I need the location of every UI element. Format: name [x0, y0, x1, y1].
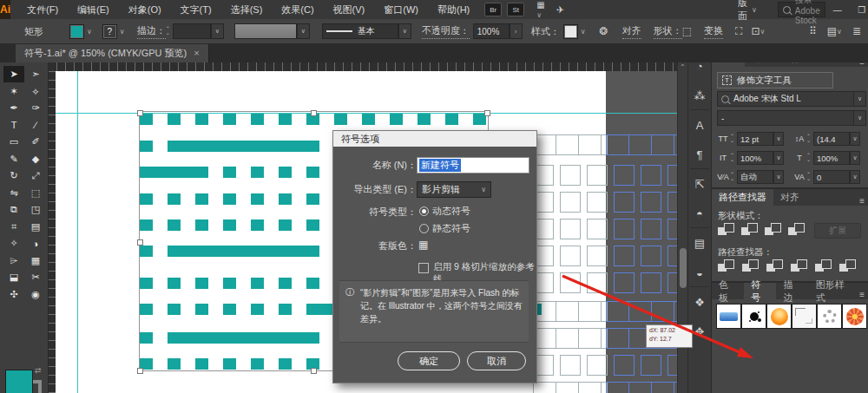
pattern-square[interactable] — [279, 114, 292, 125]
pattern-square[interactable] — [418, 114, 431, 125]
blend-tool[interactable]: ◑ — [25, 235, 46, 252]
brush-chevron[interactable]: ∨ — [297, 23, 310, 39]
grid-square[interactable] — [560, 355, 581, 376]
vertical-scale-field-value[interactable]: 100% — [737, 151, 773, 165]
pattern-square[interactable] — [251, 114, 264, 125]
pattern-square[interactable] — [362, 114, 375, 125]
stroke-chevron-icon[interactable]: ∨ — [120, 28, 125, 36]
menu-item-1[interactable]: 编辑(E) — [68, 0, 119, 19]
free-transform-tool[interactable]: ⬚ — [25, 185, 46, 201]
hand-tool[interactable]: ✣ — [3, 286, 24, 303]
pattern-square[interactable] — [195, 358, 208, 370]
grid-square[interactable] — [560, 192, 581, 213]
pattern-square[interactable] — [279, 278, 292, 289]
pattern-bar[interactable] — [168, 332, 319, 344]
slice-tool[interactable]: ✂ — [25, 269, 46, 285]
grid-square[interactable] — [614, 272, 635, 293]
grid-strip[interactable] — [533, 382, 608, 393]
opacity-chevron[interactable]: › — [510, 23, 523, 39]
pathfinder-icon-5[interactable] — [839, 259, 857, 273]
menu-item-4[interactable]: 选择(S) — [221, 0, 273, 19]
grid-strip[interactable] — [533, 134, 608, 155]
tracking-field-chevron[interactable]: ∨ — [850, 170, 860, 184]
panel-color-icon[interactable]: ◒ — [691, 264, 708, 281]
symbol-name-input[interactable]: 新建符号 — [417, 157, 529, 174]
panel-export-icon[interactable]: ⇱ — [691, 175, 708, 193]
font-style-chevron[interactable]: ∨ — [853, 110, 866, 126]
pattern-square[interactable] — [251, 193, 264, 205]
kerning-field-stepper[interactable]: ⌃⌄ — [730, 173, 737, 181]
style-chevron-icon[interactable]: ∨ — [581, 28, 586, 36]
pattern-square[interactable] — [251, 167, 264, 178]
workspace-switcher-icon[interactable]: ▦ ∨ — [536, 0, 545, 19]
grid-square[interactable] — [614, 165, 635, 186]
zoom-tool[interactable]: ◉ — [25, 286, 46, 303]
pattern-square[interactable] — [251, 358, 264, 370]
pattern-square[interactable] — [195, 304, 208, 315]
swap-fill-stroke-icon[interactable]: ⇄ — [35, 366, 42, 375]
eyedropper-tool[interactable]: ✧ — [3, 235, 24, 252]
font-family-chevron[interactable]: ∨ — [853, 91, 866, 107]
grid-square[interactable] — [641, 272, 661, 293]
panel-menu-icon[interactable]: ≣ — [852, 25, 861, 37]
pattern-square[interactable] — [168, 193, 181, 205]
pattern-square[interactable] — [279, 193, 292, 205]
leading-field[interactable]: ↕A⌃⌄(14.4 ∨ — [792, 132, 860, 146]
grid-square[interactable] — [587, 192, 608, 213]
grid-square[interactable] — [587, 246, 608, 266]
symbol-sprayer-tool[interactable]: ⌲ — [3, 252, 24, 269]
opacity-label[interactable]: 不透明度： — [422, 24, 470, 39]
tab-symbols-0[interactable]: 色板 — [712, 283, 744, 299]
grid-strip[interactable] — [606, 301, 686, 322]
pathfinder-icon-2[interactable] — [766, 259, 784, 273]
grid-strip[interactable] — [533, 328, 608, 349]
pattern-square[interactable] — [445, 114, 458, 125]
rotate-tool[interactable]: ↻ — [3, 167, 24, 184]
leading-field-chevron[interactable]: ∨ — [850, 132, 860, 146]
grid-square[interactable] — [641, 219, 661, 239]
stock-search-input[interactable]: 搜索 Adobe Stock — [778, 2, 825, 17]
touch-type-tool-button[interactable]: T 修饰文字工具 — [717, 72, 833, 88]
grid-square[interactable] — [641, 192, 661, 213]
mesh-tool[interactable]: ⌗ — [3, 219, 24, 235]
tab-symbols-3[interactable]: 图形样式 — [809, 283, 859, 299]
type-tool[interactable]: T — [3, 117, 24, 134]
grid-square[interactable] — [641, 165, 661, 186]
grid-strip[interactable] — [606, 382, 686, 393]
vertical-scale-field-stepper[interactable]: ⌃⌄ — [730, 154, 737, 162]
tracking-field[interactable]: VA⌃⌄0∨ — [792, 170, 860, 184]
tracking-field-stepper[interactable]: ⌃⌄ — [806, 173, 813, 181]
symbol-sketch[interactable] — [792, 304, 817, 329]
pattern-square[interactable] — [140, 193, 153, 205]
pattern-square[interactable] — [306, 193, 319, 205]
pattern-square[interactable] — [279, 358, 292, 370]
tab-symbols-menu-icon[interactable]: ≡ — [859, 290, 868, 299]
tab-symbols-1[interactable]: 符号 — [744, 283, 776, 299]
pattern-bar[interactable] — [168, 246, 319, 257]
panel-links-icon[interactable]: ⁂ — [691, 87, 708, 104]
vertical-scale-field-chevron[interactable]: ∨ — [773, 151, 784, 165]
grid-square[interactable] — [587, 165, 608, 186]
pattern-square[interactable] — [279, 167, 292, 178]
panel-symbols-icon[interactable]: ✥ — [691, 323, 708, 340]
static-symbol-radio[interactable] — [419, 224, 429, 233]
stroke-weight-label[interactable]: 描边： — [137, 24, 166, 39]
menu-item-3[interactable]: 文字(T) — [171, 0, 221, 19]
magic-wand-tool[interactable]: ✶ — [3, 83, 24, 100]
panel-layers-icon[interactable]: ❖ — [691, 293, 708, 311]
symbol-blue-banner[interactable] — [716, 304, 741, 329]
scrollbar-thumb[interactable] — [680, 248, 687, 288]
pattern-square[interactable] — [306, 219, 319, 231]
grid-square[interactable] — [614, 355, 635, 376]
pattern-square[interactable] — [251, 278, 264, 289]
fill-swatch-indicator[interactable] — [5, 370, 33, 393]
grid-square[interactable] — [614, 192, 635, 213]
tab-pathfinder-menu-icon[interactable]: ≡ — [859, 196, 868, 206]
pattern-square[interactable] — [390, 114, 403, 125]
stroke-style-field[interactable]: 基本 — [322, 23, 398, 39]
dynamic-symbol-radio[interactable] — [419, 206, 429, 216]
select-similar-chevron[interactable]: ∨ — [760, 28, 765, 36]
leading-field-value[interactable]: (14.4 — [813, 132, 850, 146]
tab-close-icon[interactable]: × — [194, 48, 199, 58]
export-type-dropdown[interactable]: 影片剪辑 ∨ — [417, 181, 491, 198]
